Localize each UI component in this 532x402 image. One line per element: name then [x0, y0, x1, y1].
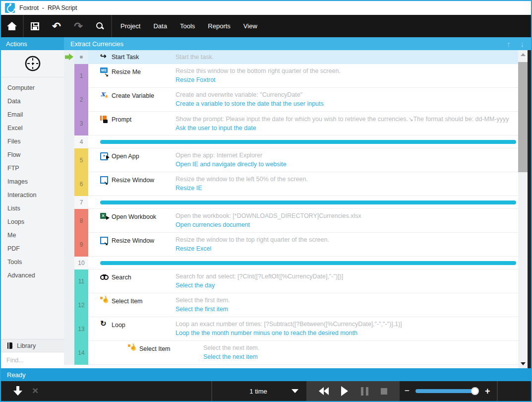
speed-slider[interactable]: [415, 389, 478, 393]
row-content: Resize WindowResize the window to the le…: [88, 172, 518, 196]
open-app-icon: [100, 152, 109, 160]
row-marker-gutter: [64, 135, 74, 148]
divider-row[interactable]: 7: [64, 196, 518, 209]
speed-plus-button[interactable]: +: [485, 386, 490, 397]
sidebar-item-images[interactable]: Images: [1, 175, 64, 189]
rewind-button[interactable]: [319, 387, 329, 395]
redo-button[interactable]: ↷: [67, 15, 89, 37]
row-marker-gutter: [64, 112, 74, 135]
resize-me-icon: [100, 67, 109, 76]
sidebar-item-flow[interactable]: Flow: [1, 148, 64, 162]
action-row[interactable]: 14Select ItemSelect the next item.Select…: [64, 341, 518, 365]
scrollbar-thumb[interactable]: [518, 62, 528, 172]
menu-view[interactable]: View: [242, 22, 269, 30]
action-row[interactable]: 12Select ItemSelect the first item.Selec…: [64, 293, 518, 317]
action-text: Open the app: Internet ExplorerOpen IE a…: [176, 148, 515, 172]
action-row[interactable]: 2Create VariableCreate and overwrite var…: [64, 88, 518, 112]
sidebar-item-lists[interactable]: Lists: [1, 202, 64, 215]
action-row[interactable]: 13LoopLoop an exact number of times: [?S…: [64, 317, 518, 341]
home-button[interactable]: [1, 15, 23, 37]
action-row[interactable]: 5Open AppOpen the app: Internet Explorer…: [64, 148, 518, 172]
menu-project[interactable]: Project: [119, 22, 152, 30]
speed-minus-button[interactable]: −: [405, 386, 410, 396]
sidebar-item-data[interactable]: Data: [1, 95, 64, 108]
sidebar-item-interaction[interactable]: Interaction: [1, 189, 64, 202]
find-input[interactable]: [1, 352, 64, 368]
action-label: Prompt: [112, 116, 131, 123]
action-row[interactable]: 1Resize MeResize this window to the bott…: [64, 64, 518, 88]
sidebar-item-tools[interactable]: Tools: [1, 256, 64, 269]
action-row[interactable]: 8Open WorkbookOpen the workbook: [*DOWNL…: [64, 209, 518, 233]
action-text: Start the task.: [176, 50, 515, 64]
divider-row[interactable]: 4: [64, 135, 518, 148]
row-number: 14: [74, 341, 88, 365]
sidebar-item-pdf[interactable]: PDF: [1, 242, 64, 256]
scroll-up-icon[interactable]: [521, 53, 526, 56]
move-down-arrow-icon[interactable]: ↓: [521, 40, 525, 48]
row-content: LoopLoop an exact number of times: [?Sub…: [88, 317, 518, 341]
action-row[interactable]: 11SearchSearch for and select: [?CInt([?…: [64, 269, 518, 293]
status-bar: Ready: [1, 368, 531, 381]
divider-row[interactable]: 10: [64, 257, 518, 269]
row-content: PromptShow the prompt: Please input the …: [88, 112, 518, 135]
action-description: Search for and select: [?CInt([?LeftOf([…: [176, 273, 515, 280]
sidebar-item-ftp[interactable]: FTP: [1, 162, 64, 175]
action-description: Create and overwrite variable: "Currency…: [176, 91, 515, 98]
action-text: Select the next item.Select the next ite…: [203, 341, 515, 364]
action-description: Resize the window to the top right quart…: [176, 236, 515, 243]
app-window: Foxtrot - RPA Script ↶ ↷ ProjectDataTool…: [0, 0, 532, 402]
action-row[interactable]: 9Resize WindowResize the window to the t…: [64, 233, 518, 257]
close-icon[interactable]: ×: [32, 385, 38, 397]
row-content: Select ItemSelect the next item.Select t…: [88, 341, 518, 365]
row-number: 12: [74, 293, 88, 317]
sidebar-item-email[interactable]: Email: [1, 108, 64, 122]
scroll-down-icon[interactable]: [521, 362, 526, 365]
vertical-scrollbar[interactable]: [518, 50, 528, 368]
row-number: 7: [74, 196, 88, 209]
sidebar-spacer: [1, 282, 64, 339]
action-row[interactable]: Start TaskStart the task.: [64, 50, 518, 64]
stop-button[interactable]: [381, 388, 387, 395]
action-row[interactable]: 3PromptShow the prompt: Please input the…: [64, 112, 518, 135]
undo-button[interactable]: ↶: [46, 15, 67, 37]
sidebar-item-excel[interactable]: Excel: [1, 122, 64, 135]
row-content: [88, 196, 518, 209]
step-bullet-dot: [80, 56, 83, 59]
library-button[interactable]: Library: [1, 339, 64, 352]
sidebar-item-me[interactable]: Me: [1, 229, 64, 242]
pause-button[interactable]: [361, 387, 368, 396]
menu-items: ProjectDataToolsReportsView: [119, 15, 269, 37]
chevron-down-icon: [292, 389, 298, 393]
download-arrow-icon[interactable]: [13, 386, 23, 396]
record-target-button[interactable]: [1, 50, 64, 77]
search-icon: [96, 22, 105, 31]
menu-tools[interactable]: Tools: [179, 22, 207, 30]
row-marker-gutter: [64, 64, 74, 88]
resize-window-icon: [100, 176, 109, 184]
row-content: [88, 257, 518, 269]
move-up-arrow-icon[interactable]: ↑: [507, 40, 511, 48]
menu-data[interactable]: Data: [152, 22, 178, 30]
play-button[interactable]: [341, 386, 348, 396]
action-comment: Open currencies document: [176, 221, 515, 228]
save-button[interactable]: [24, 15, 46, 37]
row-marker-gutter: [64, 233, 74, 257]
action-comment: Resize Foxtrot: [176, 76, 515, 83]
sidebar-nav: ComputerDataEmailExcelFilesFlowFTPImages…: [1, 77, 64, 282]
run-count-dropdown[interactable]: 1 time: [212, 381, 306, 401]
sidebar-item-loops[interactable]: Loops: [1, 215, 64, 229]
action-text: Loop an exact number of times: [?Subtrac…: [176, 317, 515, 340]
speed-slider-thumb[interactable]: [471, 387, 479, 395]
row-content: SearchSearch for and select: [?CInt([?Le…: [88, 269, 518, 293]
menu-reports[interactable]: Reports: [207, 22, 242, 30]
action-row[interactable]: 6Resize WindowResize the window to the l…: [64, 172, 518, 196]
row-number: 3: [74, 112, 88, 135]
sidebar-item-computer[interactable]: Computer: [1, 81, 64, 95]
row-number: 8: [74, 209, 88, 233]
crosshair-target-icon: [24, 55, 42, 72]
sidebar-item-files[interactable]: Files: [1, 135, 64, 148]
row-marker-gutter: [64, 196, 74, 209]
search-button[interactable]: [89, 15, 111, 37]
sidebar-item-advanced[interactable]: Advanced: [1, 269, 64, 282]
right-edge-strip: [528, 50, 531, 368]
